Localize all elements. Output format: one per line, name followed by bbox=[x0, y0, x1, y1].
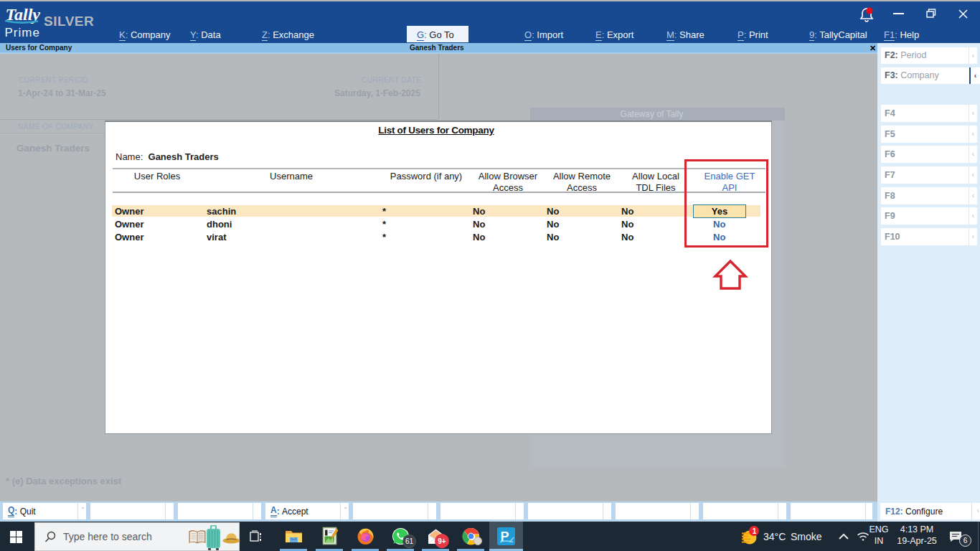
svg-text:Prime: Prime bbox=[5, 26, 40, 39]
svg-text:1: 1 bbox=[753, 527, 757, 535]
svg-text:Tally: Tally bbox=[6, 5, 41, 24]
